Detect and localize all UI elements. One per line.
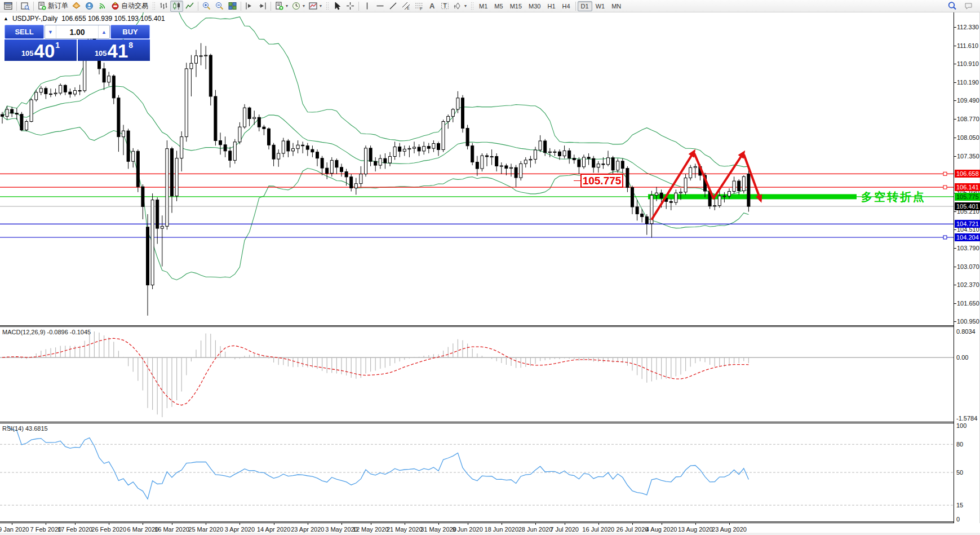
- text-button[interactable]: A: [425, 1, 438, 12]
- toolbar-separator: [241, 2, 241, 11]
- cursor-button[interactable]: [331, 1, 344, 12]
- new-order-label: 新订单: [48, 1, 68, 11]
- fibonacci-button[interactable]: F: [413, 1, 425, 12]
- periods-clock-button[interactable]: ▾: [290, 1, 307, 12]
- red-trend-arrow[interactable]: [744, 154, 761, 201]
- zoom-in-button[interactable]: [200, 1, 213, 12]
- bottom-strip: [0, 533, 980, 535]
- date-label: 3 Apr 2020: [225, 526, 255, 533]
- equidistant-channel-button[interactable]: E: [400, 1, 413, 12]
- vertical-line-button[interactable]: [361, 1, 374, 12]
- history-center-button[interactable]: [70, 1, 83, 12]
- volume-up-button[interactable]: ▲: [98, 25, 109, 38]
- collapse-triangle-icon[interactable]: ▲: [3, 16, 8, 21]
- tile-windows-button[interactable]: [226, 1, 239, 12]
- level-price-label: 104.204: [955, 233, 980, 241]
- arrange-right-button[interactable]: [256, 1, 269, 12]
- community-icon: [85, 1, 94, 11]
- toolbar-separator: [198, 2, 198, 11]
- shapes-button[interactable]: ▾: [451, 1, 468, 12]
- sell-button[interactable]: SELL: [5, 25, 44, 39]
- date-tick: [46, 523, 46, 525]
- price-tick-label: 108.050: [957, 134, 979, 141]
- indicators-button[interactable]: ▾: [273, 1, 290, 12]
- volume-down-button[interactable]: ▼: [45, 25, 56, 38]
- date-tick: [12, 523, 12, 525]
- axis-tick: [954, 248, 956, 249]
- red-trend-arrow[interactable]: [651, 151, 694, 220]
- macd-max-label: 0.8034: [956, 328, 975, 335]
- line-chart-button[interactable]: [183, 1, 196, 12]
- new-order-button[interactable]: 新订单: [36, 1, 70, 12]
- rsi-tick-label: 15: [956, 502, 963, 509]
- signals-button[interactable]: [96, 1, 109, 12]
- crosshair-button[interactable]: [344, 1, 357, 12]
- trendline-button[interactable]: [387, 1, 400, 12]
- ohlc-readout: 106.655 106.939 105.193 105.401: [61, 15, 165, 23]
- date-label: 17 Feb 2020: [57, 526, 92, 533]
- price-tick-label: 103.790: [957, 245, 979, 251]
- volume-input[interactable]: [56, 28, 98, 37]
- timeframe-button-m5[interactable]: M5: [491, 1, 506, 11]
- date-tick: [438, 523, 439, 525]
- rsi-tick-label: 50: [956, 469, 963, 476]
- date-tick: [342, 523, 342, 525]
- date-tick: [565, 523, 565, 525]
- date-label: 18 Jun 2020: [485, 526, 519, 533]
- price-callout-box[interactable]: 105.775: [580, 174, 623, 188]
- date-tick: [371, 523, 371, 525]
- bar-chart-button[interactable]: [157, 1, 170, 12]
- timeframe-button-mn[interactable]: MN: [608, 1, 624, 11]
- dropdown-arrow-icon[interactable]: ▾: [320, 3, 322, 8]
- timeframe-button-m1[interactable]: M1: [476, 1, 491, 11]
- search-button[interactable]: [946, 1, 959, 12]
- date-label: 7 Jul 2020: [550, 526, 579, 533]
- buy-price-display[interactable]: 105 41 8: [78, 39, 150, 61]
- toolbar-grip[interactable]: [152, 2, 155, 11]
- price-tick-label: 112.330: [957, 24, 979, 30]
- price-tick-label: 111.610: [957, 42, 978, 49]
- sell-price-whole: 105: [21, 49, 34, 58]
- toolbar-grip[interactable]: [471, 2, 473, 11]
- green-highlight-band[interactable]: [648, 194, 857, 199]
- current-price-label: 105.401: [955, 202, 980, 210]
- axis-tick: [954, 229, 956, 230]
- market-watch-button[interactable]: [2, 1, 15, 12]
- dropdown-arrow-icon[interactable]: ▾: [303, 3, 305, 8]
- templates-button[interactable]: ▾: [307, 1, 323, 12]
- data-window-button[interactable]: [19, 1, 32, 12]
- date-tick: [172, 523, 172, 525]
- date-tick: [109, 523, 109, 525]
- text-label-button[interactable]: T: [438, 1, 451, 12]
- line-handle[interactable]: [943, 236, 947, 239]
- timeframe-button-h4[interactable]: H4: [559, 1, 574, 11]
- community-button[interactable]: [83, 1, 96, 12]
- chat-button[interactable]: [962, 1, 975, 12]
- symbol-period-label: USDJPY-,Daily: [12, 15, 57, 23]
- sell-price-display[interactable]: 105 40 1: [5, 39, 77, 61]
- line-handle[interactable]: [943, 185, 947, 189]
- candle-chart-button[interactable]: [170, 1, 183, 12]
- templates-icon: [308, 1, 318, 11]
- dropdown-arrow-icon[interactable]: ▾: [464, 3, 467, 8]
- timeframe-button-h1[interactable]: H1: [544, 1, 558, 11]
- text-label-icon: T: [440, 1, 450, 11]
- dropdown-arrow-icon[interactable]: ▾: [286, 3, 288, 8]
- timeframe-button-m15[interactable]: M15: [507, 1, 525, 11]
- horizontal-line-button[interactable]: [374, 1, 387, 12]
- zoom-out-button[interactable]: [213, 1, 226, 12]
- macd-zero-label: 0.00: [956, 354, 968, 361]
- turning-point-annotation[interactable]: 多空转折点: [861, 189, 926, 205]
- timeframe-button-w1[interactable]: W1: [592, 1, 609, 11]
- macd-canvas: [0, 327, 954, 422]
- timeframe-button-d1[interactable]: D1: [578, 1, 592, 11]
- autotrade-button[interactable]: 自动交易: [109, 1, 150, 12]
- timeframe-button-m30[interactable]: M30: [525, 1, 544, 11]
- buy-button[interactable]: BUY: [110, 25, 150, 39]
- toolbar-grip[interactable]: [326, 2, 329, 11]
- rsi-tick-label: 80: [956, 441, 963, 448]
- date-label: 31 May 2020: [420, 526, 456, 533]
- arrange-left-button[interactable]: [243, 1, 256, 12]
- candle-chart-icon: [172, 1, 181, 11]
- line-handle[interactable]: [943, 172, 947, 175]
